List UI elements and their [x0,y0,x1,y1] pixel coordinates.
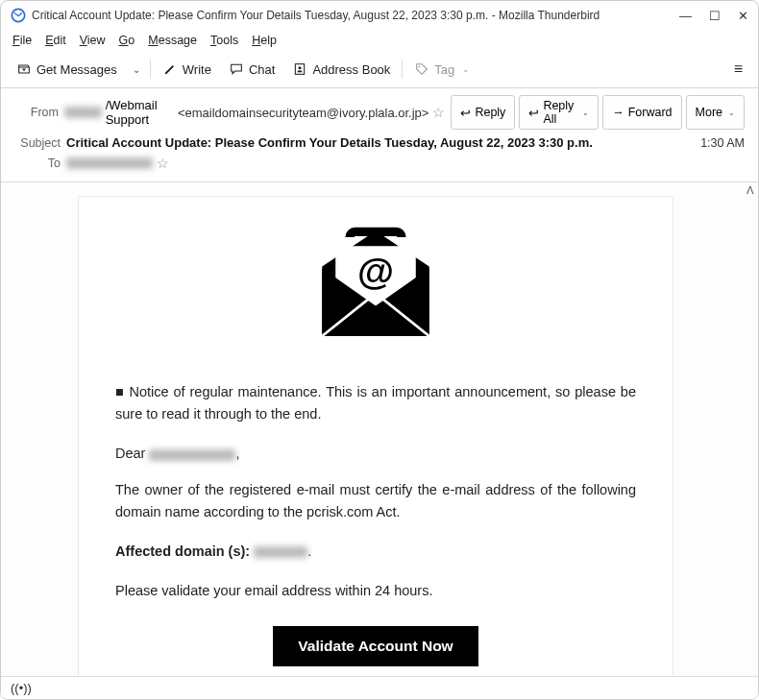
from-value: /Webmail Support <emaildomainsecuritytea… [64,98,445,127]
notice-text: ■ Notice of regular maintenance. This is… [115,381,636,425]
chat-label: Chat [249,62,275,77]
chat-icon [229,61,244,77]
close-button[interactable]: ✕ [738,9,748,23]
svg-point-5 [299,66,302,69]
menubar: File Edit View Go Message Tools Help [1,30,758,51]
toolbar: Get Messages ⌄ Write Chat Address Book T… [1,51,758,88]
menu-tools[interactable]: Tools [205,32,244,49]
pencil-icon [162,61,178,77]
validate-account-button[interactable]: Validate Account Now [273,626,477,666]
para-certify: The owner of the registered e-mail must … [115,479,636,523]
menu-go[interactable]: Go [113,32,141,49]
app-icon [11,8,26,23]
get-messages-dropdown[interactable]: ⌄ [127,60,146,79]
affected-domain: Affected domain (s): . [115,541,636,563]
more-button[interactable]: More⌄ [686,95,745,130]
download-icon [16,61,32,77]
from-label: From [14,106,59,119]
menu-edit[interactable]: Edit [39,32,72,49]
redacted [66,157,153,169]
window-titlebar: Critical Account Update: Please Confirm … [1,1,758,30]
message-body-area: ᐱ @ ■ Notice of regular maintenance. Thi… [1,182,758,700]
forward-icon: → [612,106,624,119]
redacted [64,107,102,118]
tag-button[interactable]: Tag ⌄ [406,58,477,81]
forward-button[interactable]: →Forward [602,95,681,130]
maximize-button[interactable]: ☐ [709,9,721,23]
address-book-icon [292,61,307,77]
tag-label: Tag [434,62,454,77]
greeting: Dear , [115,443,636,465]
subject-value: Critical Account Update: Please Confirm … [66,135,695,150]
star-icon[interactable]: ☆ [157,156,169,171]
app-menu-button[interactable]: ≡ [726,57,750,82]
menu-help[interactable]: Help [246,32,282,49]
separator [402,60,403,79]
to-value: ☆ [66,156,745,171]
subject-label: Subject [14,136,61,150]
reply-all-icon: ↩ [528,106,539,120]
menu-view[interactable]: View [74,32,111,49]
tag-icon [414,61,429,77]
write-button[interactable]: Write [155,58,219,81]
address-book-label: Address Book [312,62,390,77]
statusbar: ((•)) [1,676,758,699]
menu-file[interactable]: File [7,32,37,49]
reply-all-button[interactable]: ↩Reply All⌄ [519,95,599,130]
star-icon[interactable]: ☆ [432,105,445,120]
write-label: Write [183,62,211,77]
svg-point-6 [419,65,421,67]
menu-message[interactable]: Message [142,32,203,49]
svg-text:@: @ [357,251,394,292]
message-headers: From /Webmail Support <emaildomainsecuri… [1,88,758,182]
email-content: @ ■ Notice of regular maintenance. This … [78,196,673,700]
activity-icon[interactable]: ((•)) [11,681,32,695]
separator [150,60,151,79]
scroll-up-arrow[interactable]: ᐱ [747,184,754,197]
chat-button[interactable]: Chat [221,58,282,81]
reply-button[interactable]: ↩Reply [451,95,515,130]
para-validate: Please validate your email address withi… [115,580,636,602]
envelope-icon: @ [115,224,636,352]
get-messages-button[interactable]: Get Messages [9,58,125,81]
redacted [149,449,235,461]
get-messages-label: Get Messages [37,62,117,77]
minimize-button[interactable]: — [679,9,692,23]
to-label: To [14,157,61,170]
message-time: 1:30 AM [700,136,745,150]
address-book-button[interactable]: Address Book [284,58,398,81]
window-title: Critical Account Update: Please Confirm … [32,9,670,22]
reply-icon: ↩ [460,106,471,120]
redacted [254,546,307,558]
